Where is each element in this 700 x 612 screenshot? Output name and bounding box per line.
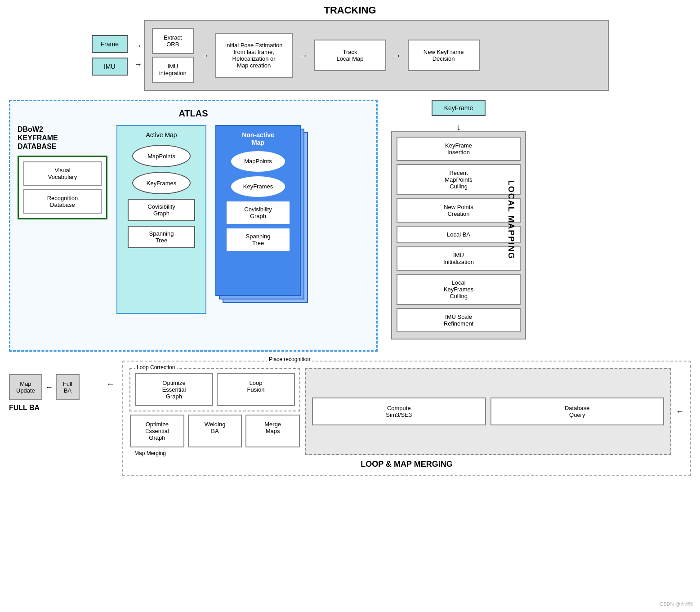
- map-merging-label: Map Merging: [134, 450, 166, 456]
- tracking-section: TRACKING Frame IMU → → Extract ORB IMU i…: [9, 4, 691, 91]
- active-covisibility: Covisibility Graph: [128, 199, 195, 221]
- merge-optimize-essential: Optimize Essential Graph: [130, 415, 184, 447]
- active-keyframes: KeyFrames: [132, 172, 191, 194]
- frame-arrow: →: [134, 41, 142, 51]
- loop-correction-box: Loop Correction Optimize Essential Graph…: [129, 368, 300, 411]
- merge-maps-box: Merge Maps: [245, 415, 300, 447]
- tracking-title: TRACKING: [9, 4, 691, 16]
- imu-arrow: →: [134, 60, 142, 69]
- dbow2-section: DBoW2 KEYFRAME DATABASE Visual Vocabular…: [18, 125, 107, 314]
- bottom-section: Map Update ← Full BA FULL BA ← Place rec…: [9, 361, 691, 476]
- full-ba-label: FULL BA: [9, 404, 99, 412]
- frame-box: Frame: [92, 35, 128, 53]
- active-map-section: Active Map MapPoints KeyFrames Covisibil…: [116, 125, 206, 314]
- lm-imu-init: IMU Initialization: [397, 246, 521, 271]
- nonactive-title: Non-active Map: [242, 131, 274, 147]
- nonactive-card: Non-active Map MapPoints KeyFrames Covis…: [215, 125, 301, 296]
- place-recognition-box: Compute Sim3/SE3 Database Query: [305, 368, 671, 455]
- atlas-title: ATLAS: [18, 108, 369, 119]
- nonactive-section: Non-active Map MapPoints KeyFrames Covis…: [215, 125, 310, 314]
- compute-sim3-box: Compute Sim3/SE3: [312, 398, 486, 425]
- map-update-box: Map Update: [9, 374, 42, 400]
- welding-ba-box: Welding BA: [188, 415, 242, 447]
- full-ba-boxes: Map Update ← Full BA: [9, 374, 99, 400]
- loop-optimize-essential: Optimize Essential Graph: [135, 373, 213, 406]
- imu-box: IMU: [92, 58, 128, 76]
- arrow1: →: [197, 50, 212, 61]
- nonactive-spanning: Spanning Tree: [227, 228, 290, 251]
- arrow2: →: [296, 50, 311, 61]
- dbow2-title: DBoW2 KEYFRAME DATABASE: [18, 125, 107, 151]
- lm-local-ba: Local BA: [397, 226, 521, 243]
- nonactive-mappoints: MapPoints: [231, 151, 285, 172]
- keyframe-area: KeyFrame: [391, 100, 526, 120]
- active-map-box: Active Map MapPoints KeyFrames Covisibil…: [116, 125, 206, 314]
- active-mappoints: MapPoints: [132, 145, 191, 167]
- track-local-map-box: Track Local Map: [314, 40, 386, 71]
- full-ba-box: Full BA: [56, 374, 80, 400]
- pr-to-lm-arrow: ←: [676, 368, 684, 455]
- lm-local-kf-culling: Local KeyFrames Culling: [397, 274, 521, 305]
- recognition-db-box: Recognition Database: [23, 189, 102, 214]
- loop-inner: Loop Correction Optimize Essential Graph…: [129, 368, 684, 455]
- watermark: CSDN @大鹏5: [660, 601, 693, 608]
- new-keyframe-box: New KeyFrame Decision: [408, 40, 480, 71]
- tracking-outer-box: Extract ORB IMU integration → Initial Po…: [144, 20, 609, 91]
- nonactive-stack: Non-active Map MapPoints KeyFrames Covis…: [215, 125, 305, 314]
- extract-group: Extract ORB IMU integration: [152, 28, 194, 83]
- active-spanning-tree: Spanning Tree: [128, 226, 195, 248]
- kf-arrow-down: ↓: [391, 122, 526, 131]
- loop-correction-label: Loop Correction: [135, 364, 177, 371]
- loop-map-merging-title: LOOP & MAP MERGING: [129, 460, 684, 469]
- middle-section: ATLAS DBoW2 KEYFRAME DATABASE Visual Voc…: [9, 100, 691, 352]
- map-merge-area: Optimize Essential Graph Welding BA Merg…: [129, 414, 300, 455]
- map-merge-content: Optimize Essential Graph Welding BA Merg…: [130, 415, 300, 447]
- place-recog-label: Place recognition: [267, 356, 312, 362]
- imu-integration-box: IMU integration: [152, 57, 194, 83]
- lm-imu-scale: IMU Scale Refinement: [397, 308, 521, 332]
- arrow3: →: [390, 50, 404, 61]
- loop-fusion-box: Loop Fusion: [217, 373, 295, 406]
- full-ba-left: Map Update ← Full BA FULL BA: [9, 361, 99, 412]
- lm-keyframe-insertion: KeyFrame Insertion: [397, 137, 521, 161]
- loop-correction-area: Loop Correction Optimize Essential Graph…: [129, 368, 300, 455]
- atlas-section: ATLAS DBoW2 KEYFRAME DATABASE Visual Voc…: [9, 100, 378, 352]
- bottom-arrow-left: ←: [106, 361, 115, 389]
- atlas-content: DBoW2 KEYFRAME DATABASE Visual Vocabular…: [18, 125, 369, 314]
- loop-correction-content: Optimize Essential Graph Loop Fusion: [135, 373, 295, 406]
- local-mapping-label: LOCAL MAPPING: [506, 180, 516, 259]
- database-query-box: Database Query: [490, 398, 664, 425]
- input-arrows: → →: [134, 41, 142, 69]
- loop-merge-outer: Place recognition Loop Correction Optimi…: [122, 361, 691, 476]
- page-wrapper: TRACKING Frame IMU → → Extract ORB IMU i…: [0, 0, 700, 481]
- lm-recent-mappoints: Recent MapPoints Culling: [397, 164, 521, 195]
- keyframe-box: KeyFrame: [432, 100, 486, 116]
- active-map-title: Active Map: [146, 131, 177, 138]
- lm-new-points: New Points Creation: [397, 198, 521, 223]
- input-group: Frame IMU: [92, 35, 128, 76]
- extract-orb-box: Extract ORB: [152, 28, 194, 54]
- nonactive-covisibility: Covisibility Graph: [227, 201, 290, 224]
- dbow2-inner: Visual Vocabulary Recognition Database: [18, 156, 107, 219]
- local-mapping-section: KeyFrame ↓ KeyFrame Insertion Recent Map…: [391, 100, 526, 340]
- nonactive-keyframes: KeyFrames: [231, 176, 285, 197]
- initial-pose-box: Initial Pose Estimation from last frame,…: [215, 33, 293, 78]
- visual-vocab-box: Visual Vocabulary: [23, 161, 102, 186]
- full-ba-arrow-left: ←: [45, 374, 53, 400]
